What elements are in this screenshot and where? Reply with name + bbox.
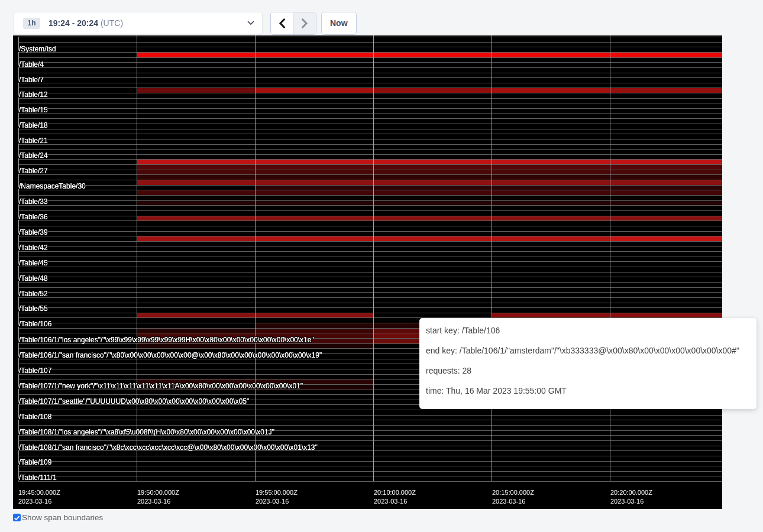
svg-text:/Table/107/1/"seattle"/"UUUUUU: /Table/107/1/"seattle"/"UUUUUUD\x00\x80\… [19,397,249,406]
svg-text:2023-03-16: 2023-03-16 [137,498,170,505]
svg-text:2023-03-16: 2023-03-16 [256,498,289,505]
svg-text:/Table/42: /Table/42 [19,244,48,252]
svg-text:19:55:00.000Z: 19:55:00.000Z [256,489,298,496]
svg-text:2023-03-16: 2023-03-16 [492,498,525,505]
svg-text:/Table/4: /Table/4 [19,60,44,69]
svg-text:/Table/15: /Table/15 [19,106,48,114]
svg-text:2023-03-16: 2023-03-16 [18,498,51,505]
svg-text:/Table/52: /Table/52 [19,290,48,298]
svg-text:/Table/48: /Table/48 [19,274,48,283]
svg-text:/Table/108/1/"los angeles"/"\x: /Table/108/1/"los angeles"/"\xa8\xf5\u00… [19,428,274,436]
svg-text:/Table/24: /Table/24 [19,151,48,160]
svg-text:19:45:00.000Z: 19:45:00.000Z [18,489,60,496]
svg-text:19:50:00.000Z: 19:50:00.000Z [137,489,179,496]
svg-text:2023-03-16: 2023-03-16 [610,498,644,505]
svg-text:/System/tsd: /System/tsd [19,45,56,53]
svg-text:/Table/108: /Table/108 [19,413,52,421]
svg-text:/NamespaceTable/30: /NamespaceTable/30 [19,182,86,190]
svg-text:/Table/106/1/"los angeles"/"\x: /Table/106/1/"los angeles"/"\x99\x99\x99… [19,336,314,344]
svg-text:/Table/55: /Table/55 [19,304,48,313]
svg-text:/Table/108/1/"san francisco"/": /Table/108/1/"san francisco"/"\x8c\xcc\x… [19,443,318,452]
svg-text:2023-03-16: 2023-03-16 [374,498,407,505]
svg-text:/Table/107/1/"new york"/"\x11\: /Table/107/1/"new york"/"\x11\x11\x11\x1… [19,382,303,390]
svg-text:/Table/109: /Table/109 [19,458,52,466]
svg-text:/Table/107: /Table/107 [19,366,52,375]
svg-text:/Table/21: /Table/21 [19,137,48,145]
svg-text:20:10:00.000Z: 20:10:00.000Z [374,489,416,496]
svg-text:/Table/33: /Table/33 [19,197,48,206]
svg-text:/Table/7: /Table/7 [19,76,44,84]
svg-text:/Table/106/1/"san francisco"/": /Table/106/1/"san francisco"/"\x80\x00\x… [19,351,322,359]
svg-text:/Table/27: /Table/27 [19,167,48,175]
svg-text:/Table/111/1: /Table/111/1 [19,473,57,482]
svg-text:/Table/39: /Table/39 [19,228,48,236]
svg-text:/Table/45: /Table/45 [19,259,48,267]
svg-text:/Table/18: /Table/18 [19,121,48,129]
svg-text:20:15:00.000Z: 20:15:00.000Z [492,489,534,496]
svg-text:/Table/12: /Table/12 [19,90,48,99]
svg-text:/Table/36: /Table/36 [19,213,48,221]
svg-text:/Table/106: /Table/106 [19,320,52,328]
svg-text:20:20:00.000Z: 20:20:00.000Z [610,489,652,496]
